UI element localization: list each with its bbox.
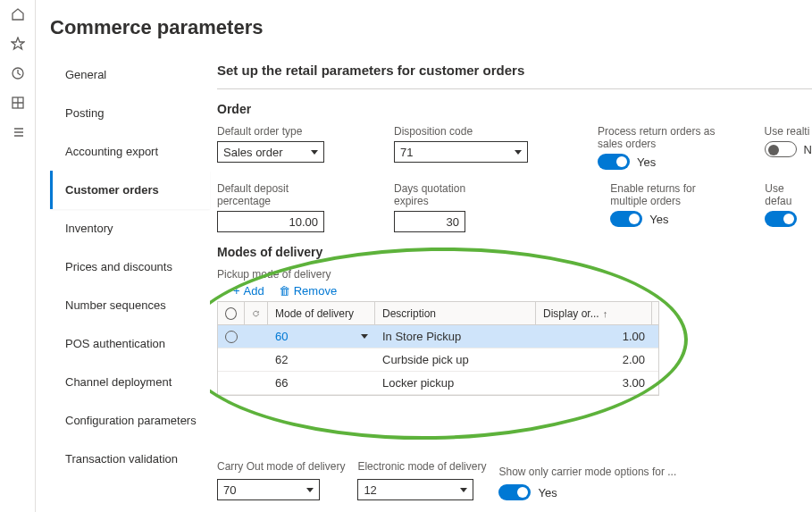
remove-button[interactable]: 🗑Remove	[279, 284, 337, 298]
plus-icon: +	[233, 284, 240, 298]
use-default-toggle[interactable]	[765, 211, 797, 227]
home-icon[interactable]	[11, 7, 25, 24]
cell-mode: 62	[268, 348, 375, 371]
col-display-order[interactable]: Display or...↑	[536, 302, 652, 324]
default-order-type-label: Default order type	[217, 125, 324, 138]
table-row[interactable]: 62 Curbside pick up 2.00	[218, 348, 658, 372]
chevron-down-icon	[311, 150, 318, 155]
star-icon[interactable]	[11, 37, 25, 54]
cell-description: Locker pickup	[375, 372, 536, 394]
table-row[interactable]: 60 In Store Pickup 1.00	[218, 325, 658, 348]
disposition-code-label: Disposition code	[394, 125, 528, 138]
modes-heading: Modes of delivery	[217, 245, 812, 259]
enable-returns-toggle[interactable]	[610, 211, 642, 227]
electronic-value: 12	[364, 483, 376, 497]
cell-order: 3.00	[536, 372, 652, 394]
use-realtime-label: Use realti	[765, 125, 812, 138]
clock-icon[interactable]	[11, 66, 25, 83]
chevron-down-icon	[460, 488, 467, 492]
trash-icon: 🗑	[279, 284, 290, 298]
nav-prices-discounts[interactable]: Prices and discounts	[50, 248, 210, 286]
cell-description: Curbside pick up	[375, 348, 536, 371]
col-mode[interactable]: Mode of delivery	[268, 302, 375, 324]
use-realtime-value: N	[804, 143, 812, 156]
page-title: Commerce parameters	[36, 0, 812, 55]
use-default-label: Use defau	[765, 182, 812, 207]
default-deposit-label: Default deposit percentage	[217, 182, 324, 207]
add-button[interactable]: +Add	[233, 284, 264, 298]
order-heading: Order	[217, 102, 812, 116]
show-only-value: Yes	[538, 486, 557, 499]
electronic-label: Electronic mode of delivery	[357, 460, 486, 473]
content-pane: Set up the retail parameters for custome…	[210, 55, 812, 512]
days-quote-value: 30	[447, 215, 459, 229]
enable-returns-label: Enable returns for multiple orders	[610, 182, 732, 207]
default-deposit-input[interactable]: 10.00	[217, 211, 324, 232]
disposition-code-value: 71	[400, 146, 413, 159]
default-order-type-value: Sales order	[223, 146, 282, 159]
carry-out-label: Carry Out mode of delivery	[217, 460, 345, 473]
add-label: Add	[244, 284, 264, 298]
select-all-radio[interactable]	[218, 302, 245, 324]
enable-returns-value: Yes	[649, 213, 668, 226]
default-deposit-value: 10.00	[289, 215, 318, 229]
show-only-toggle[interactable]	[498, 484, 531, 500]
cell-description: In Store Pickup	[375, 325, 536, 348]
nav-number-sequences[interactable]: Number sequences	[50, 286, 210, 324]
days-quote-input[interactable]: 30	[394, 211, 465, 232]
nav-channel-deployment[interactable]: Channel deployment	[50, 363, 210, 401]
cell-mode[interactable]: 60	[268, 325, 375, 348]
cell-order: 2.00	[536, 348, 652, 371]
table-row[interactable]: 66 Locker pickup 3.00	[218, 372, 658, 395]
electronic-select[interactable]: 12	[357, 479, 473, 500]
side-nav: General Posting Accounting export Custom…	[36, 55, 210, 512]
grid-header: Mode of delivery Description Display or.…	[218, 302, 658, 325]
days-quote-label: Days quotation expires	[394, 182, 478, 207]
sort-asc-icon: ↑	[603, 308, 608, 319]
carry-out-select[interactable]: 70	[217, 479, 320, 500]
nav-customer-orders[interactable]: Customer orders	[50, 171, 210, 209]
section-heading: Set up the retail parameters for custome…	[217, 63, 812, 78]
pickup-mode-label: Pickup mode of delivery	[217, 268, 812, 281]
nav-pos-authentication[interactable]: POS authentication	[50, 324, 210, 363]
cell-order: 1.00	[536, 325, 652, 348]
disposition-code-select[interactable]: 71	[394, 141, 528, 163]
chevron-down-icon	[306, 488, 314, 492]
row-radio[interactable]	[225, 331, 238, 343]
nav-config-parameters[interactable]: Configuration parameters	[50, 401, 210, 440]
nav-accounting-export[interactable]: Accounting export	[50, 132, 210, 171]
cell-mode: 66	[268, 372, 375, 394]
col-description[interactable]: Description	[375, 302, 536, 324]
carry-out-value: 70	[223, 483, 236, 497]
process-return-toggle[interactable]	[598, 154, 630, 170]
nav-inventory[interactable]: Inventory	[50, 209, 210, 248]
grid-icon[interactable]	[11, 96, 25, 113]
list-icon[interactable]	[11, 125, 25, 142]
default-order-type-select[interactable]: Sales order	[217, 141, 324, 163]
chevron-down-icon	[361, 334, 368, 339]
nav-transaction-validation[interactable]: Transaction validation	[50, 440, 210, 478]
remove-label: Remove	[294, 284, 337, 298]
nav-general[interactable]: General	[50, 55, 210, 94]
refresh-icon[interactable]	[245, 302, 268, 324]
divider	[217, 88, 812, 89]
nav-posting[interactable]: Posting	[50, 94, 210, 132]
chevron-down-icon	[515, 150, 522, 155]
pickup-mode-grid: Mode of delivery Description Display or.…	[217, 301, 659, 396]
process-return-value: Yes	[637, 155, 656, 169]
process-return-label: Process return orders as sales orders	[598, 125, 741, 150]
icon-rail	[0, 0, 36, 512]
show-only-label: Show only carrier mode options for ...	[498, 466, 676, 478]
use-realtime-toggle[interactable]	[765, 141, 797, 157]
